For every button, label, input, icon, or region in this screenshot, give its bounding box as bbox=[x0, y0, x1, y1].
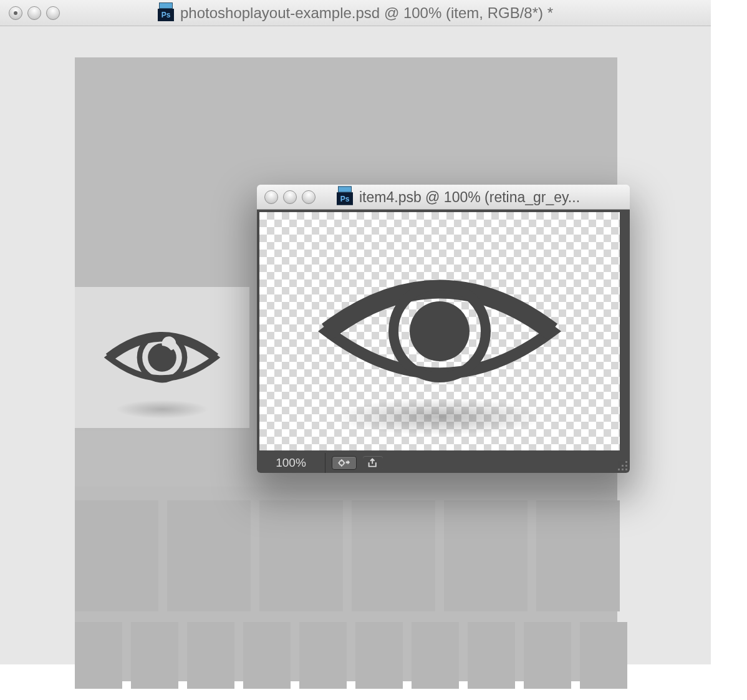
gallery-thumb[interactable] bbox=[131, 622, 178, 689]
gallery-thumb[interactable] bbox=[243, 622, 291, 689]
main-window-title: Ps photoshoplayout-example.psd @ 100% (i… bbox=[158, 4, 553, 22]
share-button[interactable] bbox=[363, 456, 383, 470]
photoshop-file-icon: Ps bbox=[337, 189, 353, 205]
zoom-button[interactable] bbox=[46, 6, 60, 20]
gallery-thumb[interactable] bbox=[75, 622, 122, 689]
gallery-thumb[interactable] bbox=[75, 500, 158, 611]
close-button[interactable] bbox=[9, 6, 22, 20]
window-controls bbox=[257, 190, 316, 204]
gallery-thumb[interactable] bbox=[412, 622, 459, 689]
gallery-row-large bbox=[75, 500, 620, 611]
gallery-row-small bbox=[75, 622, 627, 689]
minimize-button[interactable] bbox=[27, 6, 41, 20]
eye-icon bbox=[315, 260, 564, 403]
gallery-thumb[interactable] bbox=[355, 622, 403, 689]
main-window-titlebar[interactable]: Ps photoshoplayout-example.psd @ 100% (i… bbox=[0, 0, 711, 26]
share-icon bbox=[367, 458, 379, 468]
window-controls bbox=[0, 6, 60, 20]
float-window-title: Ps item4.psb @ 100% (retina_gr_ey... bbox=[337, 188, 580, 205]
eye-icon bbox=[103, 322, 221, 394]
gallery-thumb[interactable] bbox=[299, 622, 347, 689]
gear-icon bbox=[338, 458, 350, 468]
gallery-thumb[interactable] bbox=[580, 622, 627, 689]
float-window-titlebar[interactable]: Ps item4.psb @ 100% (retina_gr_ey... bbox=[257, 185, 630, 210]
gallery-thumb[interactable] bbox=[536, 500, 620, 611]
gallery-thumb[interactable] bbox=[352, 500, 435, 611]
minimize-button[interactable] bbox=[283, 190, 297, 204]
zoom-level[interactable]: 100% bbox=[257, 453, 325, 473]
gallery-thumb[interactable] bbox=[167, 500, 251, 611]
photoshop-file-icon: Ps bbox=[158, 5, 174, 21]
gallery-thumb[interactable] bbox=[259, 500, 343, 611]
document-info-button[interactable] bbox=[332, 456, 357, 470]
transparency-canvas[interactable] bbox=[259, 212, 620, 450]
float-window-statusbar: 100% bbox=[257, 453, 630, 473]
smart-object-window: Ps item4.psb @ 100% (retina_gr_ey... bbox=[257, 185, 630, 473]
gallery-thumb[interactable] bbox=[187, 622, 234, 689]
svg-point-4 bbox=[339, 460, 344, 465]
resize-grip[interactable] bbox=[615, 458, 627, 470]
float-document-area[interactable] bbox=[257, 210, 630, 453]
zoom-button[interactable] bbox=[302, 190, 316, 204]
float-window-title-text: item4.psb @ 100% (retina_gr_ey... bbox=[359, 188, 580, 205]
gallery-thumb[interactable] bbox=[444, 500, 528, 611]
canvas-feature-card[interactable] bbox=[75, 287, 249, 428]
main-window-title-text: photoshoplayout-example.psd @ 100% (item… bbox=[180, 4, 553, 22]
gallery-thumb[interactable] bbox=[524, 622, 571, 689]
close-button[interactable] bbox=[264, 190, 278, 204]
gallery-thumb[interactable] bbox=[468, 622, 515, 689]
